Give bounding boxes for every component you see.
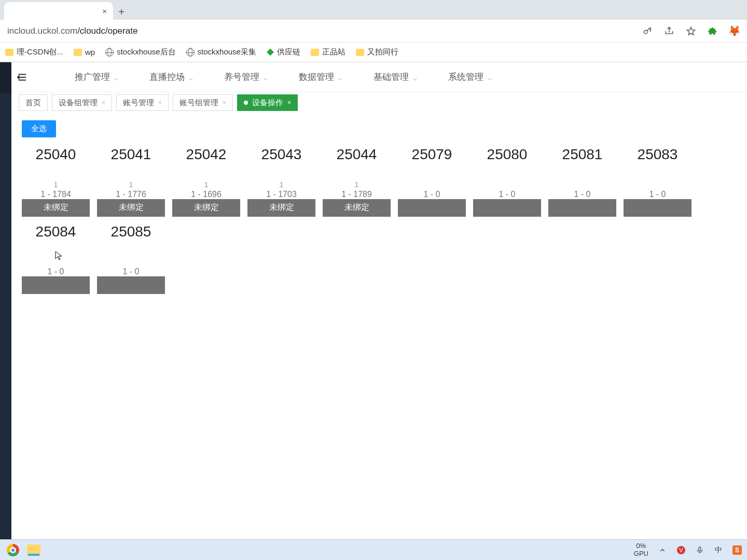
bookmark-label: 正品站 <box>322 47 345 57</box>
extension-puzzle-icon[interactable] <box>708 26 718 36</box>
app-sidebar <box>0 62 11 539</box>
menu-toggle-icon[interactable] <box>15 69 30 85</box>
bookmark-label: 又拍同行 <box>367 47 398 57</box>
device-card[interactable]: 2504011 - 1784未绑定 <box>22 147 90 217</box>
folder-icon <box>74 49 82 56</box>
globe-icon <box>186 48 195 57</box>
device-id: 25044 <box>323 147 391 163</box>
device-id: 25080 <box>473 147 541 163</box>
key-icon[interactable] <box>642 26 653 36</box>
close-icon[interactable]: × <box>102 7 107 16</box>
bookmark-item[interactable]: stockxhouse采集 <box>186 47 256 57</box>
page-tab[interactable]: 设备组管理× <box>52 94 112 111</box>
device-card[interactable]: 2504411 - 1789未绑定 <box>323 147 391 217</box>
nav-label: 系统管理 <box>448 71 483 83</box>
tray-orange-icon[interactable]: S <box>732 545 742 555</box>
device-id: 25085 <box>97 224 165 240</box>
device-id: 25042 <box>172 147 240 163</box>
device-card[interactable]: 250791 - 0 <box>398 147 466 217</box>
device-status <box>398 199 466 217</box>
close-icon[interactable]: × <box>287 99 291 106</box>
nav-item[interactable]: 系统管理 <box>448 71 492 83</box>
chevron-down-icon <box>337 75 342 80</box>
nav-label: 数据管理 <box>299 71 334 83</box>
device-count: 1 <box>354 180 358 189</box>
device-card[interactable]: 250851 - 0 <box>97 224 165 294</box>
page-tab-label: 账号管理 <box>123 98 154 108</box>
device-id: 25083 <box>624 147 691 163</box>
chevron-down-icon <box>188 75 193 80</box>
page-tab[interactable]: 账号组管理× <box>173 94 233 111</box>
gpu-label: GPU <box>634 550 648 557</box>
chevron-down-icon <box>412 75 417 80</box>
close-icon[interactable]: × <box>223 99 226 106</box>
device-card[interactable]: 250811 - 0 <box>548 147 616 217</box>
device-card[interactable]: 2504311 - 1703未绑定 <box>247 147 315 217</box>
folder-icon <box>356 49 364 56</box>
close-icon[interactable]: × <box>102 99 105 106</box>
device-card[interactable]: 250831 - 0 <box>624 147 691 217</box>
device-range: 1 - 1703 <box>266 190 297 199</box>
bookmarks-bar: 理-CSDN创...wpstockxhouse后台stockxhouse采集供应… <box>0 43 747 62</box>
bookmark-item[interactable]: 正品站 <box>311 47 345 57</box>
windows-taskbar: 0% GPU V 中 S <box>0 539 747 560</box>
page-tab-label: 设备组管理 <box>59 98 98 108</box>
bookmark-label: 供应链 <box>277 47 300 57</box>
bookmark-label: wp <box>85 48 95 57</box>
nav-item[interactable]: 养号管理 <box>224 71 268 83</box>
nav-item[interactable]: 基础管理 <box>374 71 417 83</box>
ime-indicator[interactable]: 中 <box>714 545 723 555</box>
bookmark-item[interactable]: wp <box>74 48 95 57</box>
tray-red-icon[interactable]: V <box>676 545 686 555</box>
svg-point-0 <box>644 30 647 34</box>
page-tab-label: 账号组管理 <box>179 98 218 108</box>
star-icon[interactable] <box>686 26 696 36</box>
nav-item[interactable]: 直播控场 <box>149 71 193 83</box>
device-card[interactable]: 250841 - 0 <box>22 224 90 294</box>
content-area: 全选 2504011 - 1784未绑定2504111 - 1776未绑定250… <box>11 113 747 539</box>
device-card[interactable]: 2504211 - 1696未绑定 <box>172 147 240 217</box>
chevron-down-icon <box>113 75 118 80</box>
microphone-icon[interactable] <box>695 545 704 555</box>
select-all-button[interactable]: 全选 <box>22 120 56 137</box>
bookmark-item[interactable]: 理-CSDN创... <box>5 47 63 57</box>
bookmark-item[interactable]: stockxhouse后台 <box>105 47 175 57</box>
page-tab[interactable]: 账号管理× <box>116 94 169 111</box>
device-range: 1 - 0 <box>423 190 440 199</box>
bookmark-item[interactable]: 供应链 <box>267 47 300 57</box>
nav-item[interactable]: 推广管理 <box>75 71 118 83</box>
tray-chevron-icon[interactable] <box>658 545 667 555</box>
new-tab-button[interactable]: + <box>113 4 130 20</box>
url-display[interactable]: incloud.uckol.com/cloudc/operate <box>7 26 137 36</box>
nav-label: 直播控场 <box>149 71 185 83</box>
device-id: 25043 <box>247 147 315 163</box>
device-range: 1 - 0 <box>122 267 139 276</box>
device-range: 1 - 1776 <box>116 190 146 199</box>
bookmark-label: stockxhouse采集 <box>198 47 256 57</box>
device-status <box>22 276 90 294</box>
device-range: 1 - 0 <box>649 190 666 199</box>
device-status <box>548 199 616 217</box>
chrome-taskbar-icon[interactable] <box>5 542 21 558</box>
device-card[interactable]: 250801 - 0 <box>473 147 541 217</box>
device-range: 1 - 1696 <box>191 190 222 199</box>
device-status <box>624 199 691 217</box>
device-count: 1 <box>279 180 283 189</box>
close-icon[interactable]: × <box>158 99 162 106</box>
bookmark-item[interactable]: 又拍同行 <box>356 47 398 57</box>
app-top-nav: 推广管理直播控场养号管理数据管理基础管理系统管理 <box>11 62 747 92</box>
globe-icon <box>105 48 114 57</box>
share-icon[interactable] <box>664 26 674 36</box>
leaf-icon <box>267 49 274 56</box>
explorer-taskbar-icon[interactable] <box>26 542 42 558</box>
extension-fox-icon[interactable]: 🦊 <box>729 26 740 36</box>
device-id: 25081 <box>548 147 616 163</box>
page-tab[interactable]: 设备操作× <box>237 94 298 111</box>
device-id: 25040 <box>22 147 90 163</box>
device-card[interactable]: 2504111 - 1776未绑定 <box>97 147 165 217</box>
browser-tab[interactable]: × <box>4 2 113 20</box>
page-tabs: 首页设备组管理×账号管理×账号组管理×设备操作× <box>11 92 747 113</box>
page-tab[interactable]: 首页 <box>19 94 48 111</box>
page-tab-label: 首页 <box>25 98 41 108</box>
nav-item[interactable]: 数据管理 <box>299 71 342 83</box>
